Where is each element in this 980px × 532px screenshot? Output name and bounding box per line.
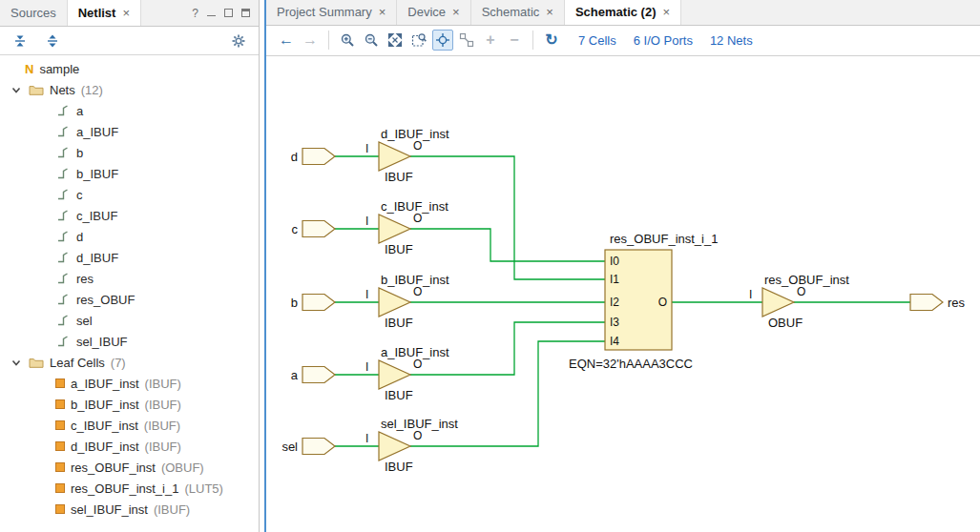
port-res[interactable]: res: [910, 295, 966, 311]
close-icon[interactable]: ×: [122, 6, 130, 20]
port-sel[interactable]: sel: [281, 439, 335, 455]
regenerate-layout-button[interactable]: ↻: [541, 30, 562, 51]
cell-label: d_IBUF_inst: [71, 440, 139, 454]
collapse-all-button[interactable]: [10, 31, 31, 51]
netlist-toolbar: [0, 27, 259, 55]
expand-cone-button[interactable]: [456, 30, 477, 51]
port-label: sel: [281, 440, 298, 454]
zoom-fit-button[interactable]: [385, 30, 406, 51]
cell-icon: [55, 399, 65, 409]
chevron-down-icon[interactable]: [10, 83, 23, 96]
cell-type: (IBUF): [145, 440, 181, 454]
close-icon[interactable]: ×: [546, 5, 553, 19]
help-icon[interactable]: ?: [192, 7, 198, 20]
expand-all-button[interactable]: [42, 31, 63, 51]
remove-from-schematic-button[interactable]: −: [504, 30, 525, 51]
tree-folder-leaf-cells[interactable]: Leaf Cells (7): [0, 352, 259, 373]
close-icon[interactable]: ×: [662, 5, 670, 19]
cell-inst-label: res_OBUF_inst_i_1: [610, 232, 718, 246]
tab-sources[interactable]: Sources: [0, 0, 68, 26]
pin-in-label: I: [365, 288, 368, 301]
cell-c-ibuf[interactable]: c_IBUF_inst I O IBUF: [365, 199, 448, 256]
float-icon[interactable]: [224, 9, 233, 17]
schematic-canvas[interactable]: d d_IBUF_inst I O IBUF c c_IBUF_: [266, 56, 980, 532]
port-d[interactable]: d: [291, 149, 335, 165]
schematic-stats: 7 Cells 6 I/O Ports 12 Nets: [578, 33, 753, 48]
tree-root-label: sample: [39, 62, 79, 76]
cell-icon: [55, 504, 65, 514]
port-b[interactable]: b: [291, 295, 335, 311]
cell-a-ibuf[interactable]: a_IBUF_inst I O IBUF: [365, 345, 449, 402]
lut-pin-label: I4: [610, 335, 619, 348]
tree-cell-item[interactable]: res_OBUF_inst(OBUF): [0, 457, 259, 478]
net-a[interactable]: [335, 322, 605, 375]
cell-sel-ibuf[interactable]: sel_IBUF_inst I O IBUF: [365, 417, 458, 474]
tree-cell-item[interactable]: res_OBUF_inst_i_1(LUT5): [0, 478, 259, 499]
tree-cell-item[interactable]: d_IBUF_inst(IBUF): [0, 436, 259, 457]
cells-link[interactable]: 7 Cells: [578, 33, 616, 48]
port-c[interactable]: c: [292, 221, 336, 237]
net-label: b: [76, 146, 83, 160]
arrow-right-icon: →: [302, 32, 318, 48]
zoom-in-button[interactable]: [337, 30, 358, 51]
pin-in-label: I: [365, 215, 368, 228]
tree-cell-item[interactable]: b_IBUF_inst(IBUF): [0, 394, 259, 415]
tree-cell-item[interactable]: c_IBUF_inst(IBUF): [0, 415, 259, 436]
maximize-icon[interactable]: [241, 9, 250, 17]
tree-net-item[interactable]: res_OBUF: [0, 289, 259, 310]
tree-net-item[interactable]: res: [0, 268, 259, 289]
tab-netlist[interactable]: Netlist ×: [68, 0, 141, 26]
netlist-panel: Sources Netlist × ? N sample: [0, 0, 260, 532]
net-sel[interactable]: [335, 341, 605, 446]
tree-net-item[interactable]: b: [0, 142, 259, 163]
tab-schematic[interactable]: Schematic ×: [471, 0, 565, 25]
tree-net-item[interactable]: sel: [0, 310, 259, 331]
settings-button[interactable]: [228, 31, 249, 51]
lut-pin-label: I2: [610, 296, 619, 309]
tree-net-item[interactable]: a: [0, 100, 259, 121]
minimize-icon[interactable]: [207, 15, 216, 16]
net-c[interactable]: [335, 229, 605, 261]
cell-res-obuf[interactable]: res_OBUF_inst I O OBUF: [749, 273, 849, 330]
tab-label: Project Summary: [277, 5, 372, 19]
zoom-selection-button[interactable]: [408, 30, 429, 51]
port-a[interactable]: a: [291, 367, 335, 383]
tree-net-item[interactable]: d: [0, 226, 259, 247]
nets-link[interactable]: 12 Nets: [710, 33, 753, 48]
tree-net-item[interactable]: sel_IBUF: [0, 331, 259, 352]
tree-net-item[interactable]: c: [0, 184, 259, 205]
close-icon[interactable]: ×: [452, 5, 460, 19]
tree-folder-nets[interactable]: Nets (12): [0, 79, 259, 100]
cell-type: (LUT5): [184, 481, 222, 496]
net-label: c: [76, 188, 83, 202]
cell-b-ibuf[interactable]: b_IBUF_inst I O IBUF: [365, 273, 449, 330]
cell-lut5[interactable]: res_OBUF_inst_i_1 I0 I1 I2 I3 I4 O EQN=3…: [569, 232, 718, 371]
tree-net-item[interactable]: d_IBUF: [0, 247, 259, 268]
cell-label: c_IBUF_inst: [71, 419, 138, 433]
net-label: d_IBUF: [76, 251, 118, 265]
autofit-selection-button[interactable]: [432, 30, 453, 51]
tree-cell-item[interactable]: a_IBUF_inst(IBUF): [0, 373, 259, 394]
tab-schematic-2[interactable]: Schematic (2) ×: [565, 0, 681, 25]
tree-net-item[interactable]: c_IBUF: [0, 205, 259, 226]
forward-button[interactable]: →: [300, 30, 321, 51]
cell-inst-label: res_OBUF_inst: [764, 273, 849, 287]
tree-net-item[interactable]: a_IBUF: [0, 121, 259, 142]
net-icon: [55, 103, 71, 118]
tree-net-item[interactable]: b_IBUF: [0, 163, 259, 184]
port-label: res: [948, 296, 966, 310]
io-ports-link[interactable]: 6 I/O Ports: [634, 33, 693, 48]
back-button[interactable]: ←: [276, 30, 297, 51]
add-to-schematic-button[interactable]: +: [480, 30, 501, 51]
zoom-out-button[interactable]: [361, 30, 382, 51]
chevron-down-icon[interactable]: [10, 356, 23, 369]
net-icon: [55, 229, 71, 244]
panel-window-controls: ?: [183, 0, 259, 26]
close-icon[interactable]: ×: [379, 5, 386, 19]
cell-d-ibuf[interactable]: d_IBUF_inst I O IBUF: [365, 127, 449, 184]
tab-project-summary[interactable]: Project Summary ×: [266, 0, 397, 25]
tree-cell-item[interactable]: sel_IBUF_inst(IBUF): [0, 499, 259, 520]
tab-device[interactable]: Device ×: [397, 0, 470, 25]
net-icon: [55, 145, 71, 160]
tree-root[interactable]: N sample: [0, 58, 259, 79]
